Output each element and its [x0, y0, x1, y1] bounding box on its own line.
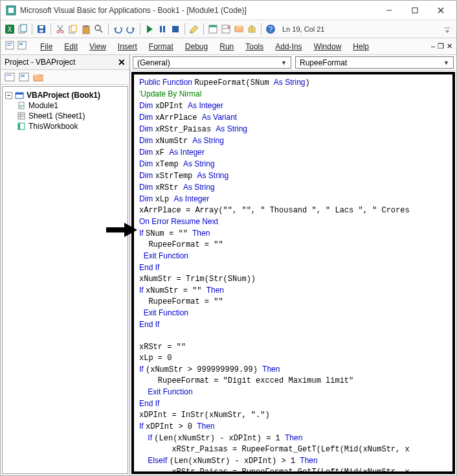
menu-view[interactable]: View	[84, 40, 111, 53]
cursor-position: Ln 19, Col 21	[282, 25, 324, 33]
tree-item-workbook[interactable]: ThisWorkbook	[17, 122, 125, 131]
svg-rect-9	[21, 25, 27, 32]
toolbar-separator	[184, 23, 185, 35]
design-mode-icon[interactable]	[189, 24, 199, 34]
menu-file[interactable]: File	[35, 40, 58, 53]
menu-format[interactable]: Format	[144, 40, 179, 53]
project-explorer-title: Project - VBAProject	[5, 58, 75, 67]
svg-rect-37	[236, 25, 241, 27]
menu-tools[interactable]: Tools	[240, 40, 269, 53]
view-code-icon[interactable]	[5, 73, 15, 82]
project-explorer: Project - VBAProject ✕ − VBAProject (Boo…	[1, 55, 130, 475]
save-icon[interactable]	[36, 24, 47, 34]
window-title: Microsoft Visual Basic for Applications …	[20, 6, 381, 15]
svg-rect-33	[222, 25, 230, 33]
close-button[interactable]	[433, 3, 449, 18]
svg-rect-55	[16, 93, 23, 95]
toggle-folders-icon[interactable]	[33, 73, 43, 82]
toolbar-overflow-icon[interactable]	[442, 24, 452, 34]
svg-rect-48	[5, 73, 14, 81]
mdi-minimize-button[interactable]: –	[431, 42, 435, 51]
svg-rect-18	[71, 25, 76, 32]
project-tree[interactable]: − VBAProject (Book1) Module1 Sheet1 (She…	[2, 86, 128, 474]
tree-item-module[interactable]: Module1	[17, 101, 125, 110]
toolbar-separator	[140, 23, 140, 35]
svg-rect-3	[412, 8, 418, 13]
svg-rect-26	[160, 26, 162, 32]
find-icon[interactable]	[94, 24, 104, 34]
project-icon	[15, 91, 24, 100]
maximize-button[interactable]	[407, 3, 423, 18]
svg-line-22	[100, 30, 102, 32]
object-dropdown[interactable]: (General) ▼	[133, 56, 291, 69]
svg-rect-36	[235, 27, 243, 32]
procedure-dropdown-value: RupeeFormat	[300, 58, 347, 67]
toolbar-separator	[108, 23, 109, 35]
code-pane: (General) ▼ RupeeFormat ▼ Public Functio…	[130, 55, 456, 475]
view-code-icon[interactable]	[5, 40, 15, 53]
tree-item-sheet[interactable]: Sheet1 (Sheet1)	[17, 111, 125, 120]
excel-host-icon[interactable]: X	[5, 24, 15, 34]
toolbar-separator	[203, 23, 204, 35]
minimize-button[interactable]	[381, 3, 397, 18]
menu-edit[interactable]: Edit	[59, 40, 83, 53]
toolbox-icon[interactable]	[247, 24, 257, 34]
svg-rect-51	[21, 74, 25, 77]
code-editor[interactable]: Public Function RupeeFormat(SNum As Stri…	[134, 74, 452, 474]
app-icon	[6, 5, 16, 16]
cut-icon[interactable]	[55, 24, 65, 34]
mdi-restore-button[interactable]: ❐	[438, 42, 444, 51]
redo-icon[interactable]	[126, 24, 136, 34]
view-object-icon[interactable]	[17, 40, 27, 53]
svg-rect-12	[39, 30, 43, 32]
break-icon[interactable]	[157, 24, 168, 34]
object-browser-icon[interactable]	[234, 24, 244, 34]
svg-marker-66	[124, 223, 137, 237]
project-explorer-icon[interactable]	[208, 24, 218, 34]
standard-toolbar: X ? Ln 19, Col 21	[1, 20, 456, 38]
collapse-icon[interactable]: −	[5, 92, 12, 99]
help-icon[interactable]: ?	[265, 24, 276, 34]
menu-help[interactable]: Help	[348, 40, 374, 53]
tree-root[interactable]: − VBAProject (Book1)	[5, 91, 125, 100]
undo-icon[interactable]	[113, 24, 123, 34]
project-toolbar	[1, 70, 129, 85]
paste-icon[interactable]	[81, 24, 91, 34]
svg-rect-27	[163, 26, 165, 32]
toolbar-separator	[50, 23, 51, 35]
svg-rect-11	[39, 26, 43, 28]
insert-menu-icon[interactable]	[17, 24, 28, 34]
toolbar-separator	[32, 23, 32, 35]
view-object-icon[interactable]	[19, 73, 29, 82]
svg-rect-47	[19, 43, 23, 45]
menu-window[interactable]: Window	[309, 40, 347, 53]
svg-rect-52	[34, 75, 43, 81]
menu-addins[interactable]: Add-Ins	[270, 40, 307, 53]
vba-window: Microsoft Visual Basic for Applications …	[0, 0, 457, 476]
toolbar-separator	[261, 23, 262, 35]
svg-rect-32	[209, 25, 217, 27]
procedure-dropdown[interactable]: RupeeFormat ▼	[295, 56, 454, 69]
menu-run[interactable]: Run	[214, 40, 239, 53]
tree-item-label: Module1	[28, 101, 58, 110]
menu-debug[interactable]: Debug	[180, 40, 213, 53]
properties-icon[interactable]	[221, 24, 231, 34]
module-icon	[17, 101, 26, 110]
annotation-arrow-icon	[106, 223, 137, 237]
menu-insert[interactable]: Insert	[113, 40, 142, 53]
svg-rect-20	[84, 25, 88, 27]
svg-point-21	[95, 25, 100, 30]
titlebar: Microsoft Visual Basic for Applications …	[1, 1, 456, 20]
run-icon[interactable]	[144, 24, 155, 34]
reset-icon[interactable]	[170, 24, 181, 34]
svg-rect-64	[18, 123, 20, 130]
tree-item-label: ThisWorkbook	[28, 122, 78, 131]
mdi-close-button[interactable]: ✕	[447, 42, 452, 51]
workbook-icon	[17, 122, 26, 131]
menubar: File Edit View Insert Format Debug Run T…	[1, 38, 456, 55]
project-name: VBAProject (Book1)	[27, 91, 100, 100]
project-explorer-close-button[interactable]: ✕	[118, 57, 126, 67]
svg-point-16	[61, 30, 63, 33]
svg-marker-25	[147, 25, 153, 33]
copy-icon[interactable]	[68, 24, 78, 34]
